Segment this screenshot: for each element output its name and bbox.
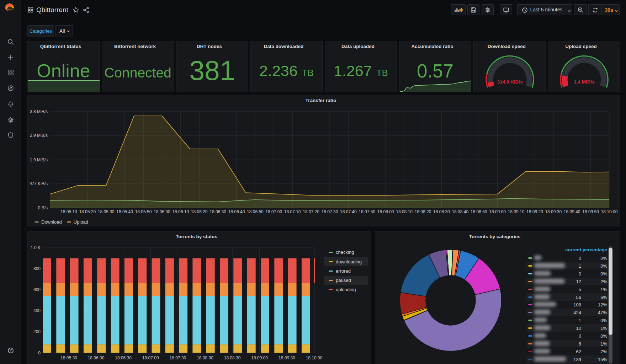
svg-text:18:08:50: 18:08:50 — [471, 209, 487, 214]
svg-text:18:05:20: 18:05:20 — [79, 209, 96, 214]
svg-text:200: 200 — [33, 329, 41, 334]
svg-text:18:06:50: 18:06:50 — [247, 209, 264, 214]
svg-text:18:09:00: 18:09:00 — [489, 209, 506, 214]
svg-text:18:05:50: 18:05:50 — [135, 209, 152, 214]
svg-text:18:05:10: 18:05:10 — [60, 209, 77, 214]
svg-text:18:05:30: 18:05:30 — [60, 355, 77, 360]
svg-text:3.8 MiB/s: 3.8 MiB/s — [30, 109, 48, 114]
svg-text:18:07:30: 18:07:30 — [170, 355, 186, 360]
svg-text:18:05:40: 18:05:40 — [116, 209, 133, 214]
svg-text:18:08:30: 18:08:30 — [433, 209, 450, 214]
svg-text:18:06:30: 18:06:30 — [209, 209, 226, 214]
svg-text:18:08:20: 18:08:20 — [415, 209, 431, 214]
svg-text:18:07:50: 18:07:50 — [359, 209, 375, 214]
svg-text:0: 0 — [38, 350, 41, 355]
svg-text:1.4 MiB/s: 1.4 MiB/s — [574, 79, 595, 85]
svg-text:400: 400 — [33, 308, 41, 313]
svg-text:18:06:00: 18:06:00 — [88, 355, 105, 360]
svg-text:18:06:40: 18:06:40 — [228, 209, 245, 214]
svg-text:977 KiB/s: 977 KiB/s — [30, 181, 48, 186]
svg-text:0 B/s: 0 B/s — [38, 205, 48, 210]
svg-text:1.0 K: 1.0 K — [31, 245, 41, 250]
svg-text:18:07:00: 18:07:00 — [142, 355, 159, 360]
svg-text:18:09:00: 18:09:00 — [251, 355, 268, 360]
svg-text:18:09:30: 18:09:30 — [278, 355, 295, 360]
svg-text:18:06:30: 18:06:30 — [115, 355, 132, 360]
svg-text:314.9 KiB/s: 314.9 KiB/s — [497, 79, 522, 85]
svg-text:18:07:20: 18:07:20 — [303, 209, 319, 214]
svg-text:18:08:10: 18:08:10 — [396, 209, 413, 214]
svg-text:18:08:40: 18:08:40 — [452, 209, 468, 214]
svg-text:600: 600 — [33, 287, 41, 292]
svg-text:18:09:30: 18:09:30 — [545, 209, 562, 214]
svg-text:18:06:20: 18:06:20 — [191, 209, 208, 214]
svg-text:18:05:30: 18:05:30 — [98, 209, 115, 214]
svg-text:18:09:40: 18:09:40 — [564, 209, 580, 214]
svg-text:18:06:10: 18:06:10 — [172, 209, 189, 214]
svg-text:2.9 MiB/s: 2.9 MiB/s — [30, 133, 48, 138]
svg-text:18:10:00: 18:10:00 — [601, 209, 618, 214]
svg-text:18:08:00: 18:08:00 — [197, 355, 213, 360]
svg-text:18:07:10: 18:07:10 — [284, 209, 301, 214]
svg-text:18:09:50: 18:09:50 — [582, 209, 599, 214]
svg-text:18:09:20: 18:09:20 — [526, 209, 543, 214]
svg-text:800: 800 — [33, 266, 41, 271]
svg-text:18:08:30: 18:08:30 — [224, 355, 241, 360]
svg-text:18:07:00: 18:07:00 — [265, 209, 282, 214]
svg-text:1.9 MiB/s: 1.9 MiB/s — [30, 157, 48, 162]
svg-text:18:08:00: 18:08:00 — [377, 209, 394, 214]
svg-text:18:06:00: 18:06:00 — [154, 209, 170, 214]
svg-text:18:10:00: 18:10:00 — [306, 355, 323, 360]
svg-text:18:07:40: 18:07:40 — [340, 209, 357, 214]
svg-text:18:07:30: 18:07:30 — [322, 209, 338, 214]
svg-text:18:09:10: 18:09:10 — [508, 209, 525, 214]
